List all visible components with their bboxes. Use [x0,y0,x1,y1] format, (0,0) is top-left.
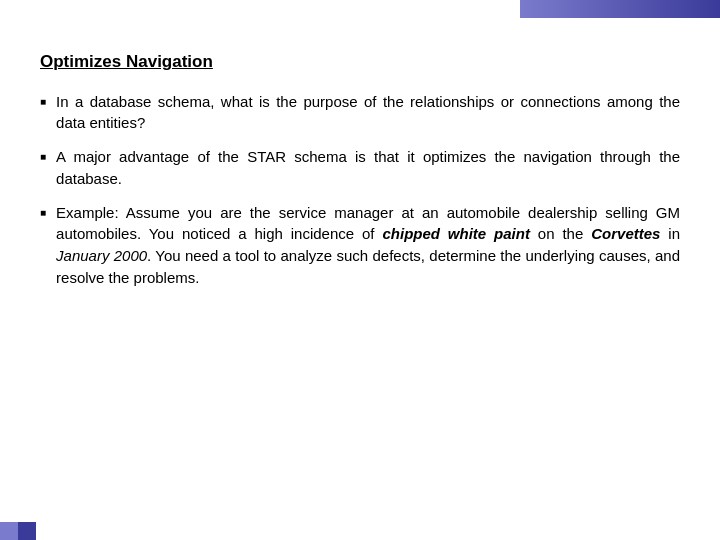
bullet-text-2: A major advantage of the STAR schema is … [56,146,680,190]
list-item: ■ Example: Assume you are the service ma… [40,202,680,289]
list-item: ■ A major advantage of the STAR schema i… [40,146,680,190]
top-decorative-bar [520,0,720,18]
bullet-marker-2: ■ [40,150,46,165]
bullet-text-1: In a database schema, what is the purpos… [56,91,680,135]
slide-heading: Optimizes Navigation [40,50,680,75]
emphasis-corvettes: Corvettes [591,225,660,242]
emphasis-january-2000: January 2000 [56,247,147,264]
emphasis-chipped-white-paint: chipped white paint [382,225,529,242]
bullet-list: ■ In a database schema, what is the purp… [40,91,680,289]
list-item: ■ In a database schema, what is the purp… [40,91,680,135]
bullet-marker-3: ■ [40,206,46,221]
deco-square-1 [0,522,18,540]
bullet-text-3: Example: Assume you are the service mana… [56,202,680,289]
deco-square-2 [18,522,36,540]
content-area: Optimizes Navigation ■ In a database sch… [40,50,680,289]
bullet-marker-1: ■ [40,95,46,110]
slide-container: Optimizes Navigation ■ In a database sch… [0,0,720,540]
bottom-left-decoration [0,522,36,540]
